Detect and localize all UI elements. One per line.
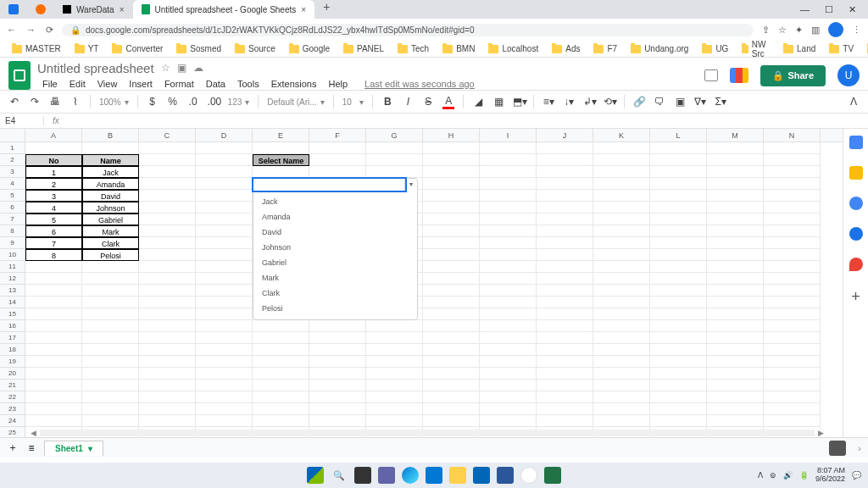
cell[interactable]: [593, 391, 650, 403]
comment-history-icon[interactable]: [704, 69, 718, 81]
cell[interactable]: [537, 356, 593, 368]
cell[interactable]: [196, 214, 253, 225]
cell[interactable]: [423, 249, 480, 261]
cell[interactable]: [537, 261, 593, 273]
cell[interactable]: [82, 391, 139, 403]
cell[interactable]: [480, 261, 537, 273]
cell[interactable]: [650, 297, 707, 308]
add-sheet-button[interactable]: ＋: [7, 441, 19, 455]
cell[interactable]: [25, 297, 82, 308]
cell[interactable]: [764, 403, 821, 415]
row-header[interactable]: 12: [0, 273, 25, 285]
cell[interactable]: [309, 344, 366, 356]
cell[interactable]: [537, 308, 593, 320]
cell[interactable]: [139, 154, 196, 166]
font-select[interactable]: Default (Ari... ▾: [267, 97, 324, 107]
cell[interactable]: [139, 166, 196, 178]
cell[interactable]: [707, 190, 764, 202]
cell[interactable]: [196, 202, 253, 214]
column-header[interactable]: D: [196, 129, 253, 141]
row-header[interactable]: 7: [0, 214, 25, 225]
star-icon[interactable]: ☆: [778, 25, 787, 36]
cell[interactable]: [764, 391, 821, 403]
cell[interactable]: [537, 332, 593, 344]
cell[interactable]: [82, 308, 139, 320]
cell[interactable]: Pelosi: [82, 249, 139, 261]
cell[interactable]: [650, 178, 707, 190]
all-sheets-button[interactable]: ≡: [25, 442, 37, 454]
cell[interactable]: [139, 178, 196, 190]
cell[interactable]: [253, 344, 309, 356]
cell[interactable]: [537, 415, 593, 427]
column-header[interactable]: G: [366, 129, 423, 141]
cell[interactable]: [25, 344, 82, 356]
row-header[interactable]: 10: [0, 249, 25, 261]
column-header[interactable]: B: [82, 129, 139, 141]
cell[interactable]: [423, 285, 480, 297]
cell[interactable]: [309, 166, 366, 178]
cell[interactable]: [139, 261, 196, 273]
cell[interactable]: [537, 391, 593, 403]
cell[interactable]: [707, 249, 764, 261]
volume-icon[interactable]: 🔊: [783, 471, 793, 480]
cell[interactable]: [423, 344, 480, 356]
cell[interactable]: [196, 320, 253, 332]
explore-button[interactable]: [829, 441, 846, 456]
column-header[interactable]: L: [650, 129, 707, 141]
cell[interactable]: [82, 332, 139, 344]
functions-button[interactable]: Σ▾: [715, 96, 726, 108]
cell[interactable]: [650, 320, 707, 332]
row-header[interactable]: 1: [0, 142, 25, 154]
tray-chevron-icon[interactable]: ᐱ: [758, 471, 763, 480]
edge-icon[interactable]: [402, 467, 419, 484]
cell[interactable]: [650, 273, 707, 285]
cell[interactable]: [764, 285, 821, 297]
cell[interactable]: [196, 297, 253, 308]
cell[interactable]: [707, 273, 764, 285]
wifi-icon[interactable]: ⊚: [770, 471, 776, 480]
cell[interactable]: [707, 285, 764, 297]
dropdown-option[interactable]: Clark: [253, 286, 417, 301]
cell[interactable]: [253, 380, 309, 391]
bookmark-folder[interactable]: TV: [824, 42, 859, 55]
dropdown-option[interactable]: Johnson: [253, 240, 417, 255]
cell[interactable]: [25, 368, 82, 380]
cell[interactable]: [764, 332, 821, 344]
bookmark-folder[interactable]: Sosmed: [171, 42, 226, 55]
cell[interactable]: [537, 368, 593, 380]
cell[interactable]: [253, 166, 309, 178]
cell[interactable]: 6: [25, 225, 82, 237]
cell[interactable]: [309, 332, 366, 344]
cell[interactable]: 2: [25, 178, 82, 190]
cell[interactable]: [196, 237, 253, 249]
bookmark-folder[interactable]: PANEL: [338, 42, 389, 55]
cell[interactable]: [650, 415, 707, 427]
search-button[interactable]: 🔍: [331, 467, 348, 484]
tasks-icon[interactable]: [849, 197, 863, 210]
cell[interactable]: [650, 285, 707, 297]
cell[interactable]: [25, 380, 82, 391]
cell[interactable]: [480, 142, 537, 154]
cell[interactable]: [196, 190, 253, 202]
cell[interactable]: [764, 308, 821, 320]
pinned-tab-1[interactable]: [0, 0, 27, 19]
cell[interactable]: [82, 356, 139, 368]
new-tab-button[interactable]: +: [314, 0, 338, 19]
collapse-toolbar-button[interactable]: ᐱ: [848, 96, 860, 108]
cell[interactable]: [139, 237, 196, 249]
cell[interactable]: [196, 332, 253, 344]
cell[interactable]: [366, 344, 423, 356]
cell[interactable]: [139, 380, 196, 391]
bookmark-folder[interactable]: YT: [70, 42, 104, 55]
cell[interactable]: [423, 308, 480, 320]
cell[interactable]: [650, 344, 707, 356]
cell[interactable]: [480, 214, 537, 225]
horizontal-scrollbar[interactable]: ◀ ▶: [27, 429, 827, 437]
cell[interactable]: [423, 178, 480, 190]
cell[interactable]: [707, 142, 764, 154]
row-header[interactable]: 4: [0, 178, 25, 190]
cell[interactable]: [707, 332, 764, 344]
back-button[interactable]: ←: [7, 25, 16, 36]
row-header[interactable]: 24: [0, 415, 25, 427]
cell[interactable]: [480, 166, 537, 178]
